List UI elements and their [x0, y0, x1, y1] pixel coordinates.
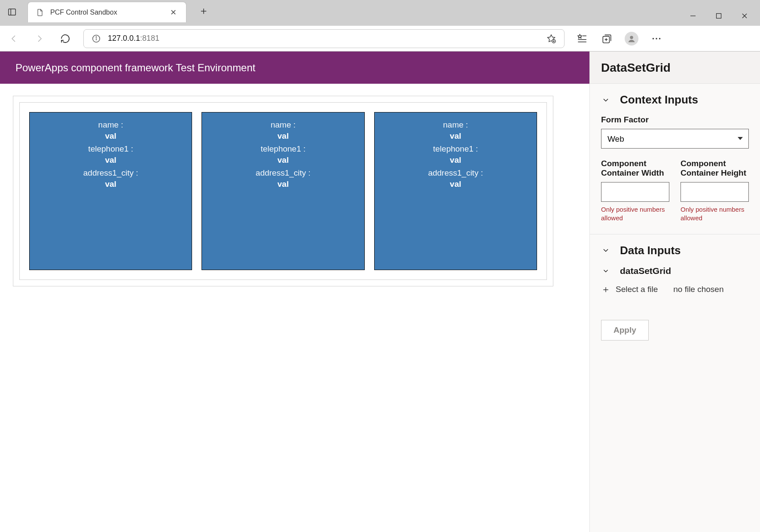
minimize-button[interactable]	[680, 6, 706, 26]
tab-actions-button[interactable]	[3, 3, 21, 21]
form-factor-select[interactable]: Web	[601, 129, 749, 149]
site-info-icon[interactable]	[92, 34, 101, 43]
field-value: val	[202, 155, 364, 165]
browser-tab[interactable]: PCF Control Sandbox ✕	[27, 2, 186, 22]
collections-icon[interactable]	[600, 32, 613, 46]
form-factor-label: Form Factor	[601, 115, 749, 125]
data-card[interactable]: name : val telephone1 : val address1_cit…	[201, 112, 364, 270]
data-card[interactable]: name : val telephone1 : val address1_cit…	[29, 112, 192, 270]
field-value: val	[202, 131, 364, 141]
field-label: name :	[375, 120, 537, 130]
height-error-text: Only positive numbers allowed	[681, 205, 749, 223]
maximize-button[interactable]	[706, 6, 732, 26]
field-value: val	[30, 179, 192, 189]
plus-icon: ＋	[601, 283, 610, 296]
container-width-label: Component Container Width	[601, 159, 669, 178]
svg-rect-0	[9, 9, 16, 15]
data-card[interactable]: name : val telephone1 : val address1_cit…	[374, 112, 537, 270]
profile-button[interactable]	[625, 32, 638, 46]
tab-title: PCF Control Sandbox	[50, 9, 162, 16]
svg-point-19	[653, 38, 654, 39]
field-label: name :	[30, 120, 192, 130]
favorites-list-icon[interactable]	[575, 32, 589, 46]
section-header-data-inputs[interactable]: Data Inputs	[601, 244, 749, 257]
field-value: val	[375, 131, 537, 141]
url-text: 127.0.0.1:8181	[108, 34, 159, 43]
section-header-context-inputs[interactable]: Context Inputs	[601, 93, 749, 106]
field-label: address1_city :	[375, 168, 537, 178]
avatar-icon	[625, 32, 638, 46]
favorite-icon[interactable]	[546, 33, 556, 44]
window-controls	[680, 6, 760, 26]
svg-point-18	[630, 36, 633, 39]
page-title: PowerApps component framework Test Envir…	[0, 52, 589, 84]
chevron-down-icon	[601, 95, 610, 105]
field-label: name :	[202, 120, 364, 130]
field-label: telephone1 :	[30, 144, 192, 154]
page-icon	[36, 8, 44, 17]
control-host-inner: name : val telephone1 : val address1_cit…	[19, 102, 547, 280]
close-window-button[interactable]	[732, 6, 757, 26]
field-value: val	[30, 155, 192, 165]
container-height-input[interactable]	[681, 182, 749, 202]
back-button[interactable]	[6, 31, 21, 46]
refresh-button[interactable]	[58, 31, 73, 46]
control-host-outer: name : val telephone1 : val address1_cit…	[13, 96, 553, 286]
apply-button[interactable]: Apply	[601, 320, 649, 340]
more-menu-icon[interactable]	[650, 32, 663, 46]
svg-point-8	[96, 36, 96, 37]
panel-title: DataSetGrid	[590, 52, 760, 84]
field-label: address1_city :	[202, 168, 364, 178]
container-height-label: Component Container Height	[681, 159, 749, 178]
svg-point-20	[656, 38, 657, 39]
select-file-button[interactable]: Select a file	[616, 285, 658, 294]
close-tab-icon[interactable]: ✕	[168, 6, 178, 19]
field-value: val	[202, 179, 364, 189]
field-label: address1_city :	[30, 168, 192, 178]
container-width-input[interactable]	[601, 182, 669, 202]
field-value: val	[30, 131, 192, 141]
field-value: val	[375, 179, 537, 189]
dataset-header[interactable]: dataSetGrid	[601, 266, 749, 276]
new-tab-button[interactable]: ＋	[195, 2, 212, 19]
browser-titlebar: PCF Control Sandbox ✕ ＋	[0, 0, 760, 26]
field-label: telephone1 :	[202, 144, 364, 154]
chevron-down-icon	[601, 266, 610, 276]
width-error-text: Only positive numbers allowed	[601, 205, 669, 223]
field-label: telephone1 :	[375, 144, 537, 154]
properties-panel: DataSetGrid Context Inputs Form Factor W…	[589, 52, 760, 532]
forward-button[interactable]	[32, 31, 47, 46]
svg-point-21	[659, 38, 660, 39]
no-file-text: no file chosen	[673, 285, 723, 294]
svg-rect-3	[717, 14, 721, 18]
address-bar[interactable]: 127.0.0.1:8181	[83, 29, 565, 48]
chevron-down-icon	[601, 246, 610, 255]
field-value: val	[375, 155, 537, 165]
browser-toolbar: 127.0.0.1:8181	[0, 26, 760, 52]
